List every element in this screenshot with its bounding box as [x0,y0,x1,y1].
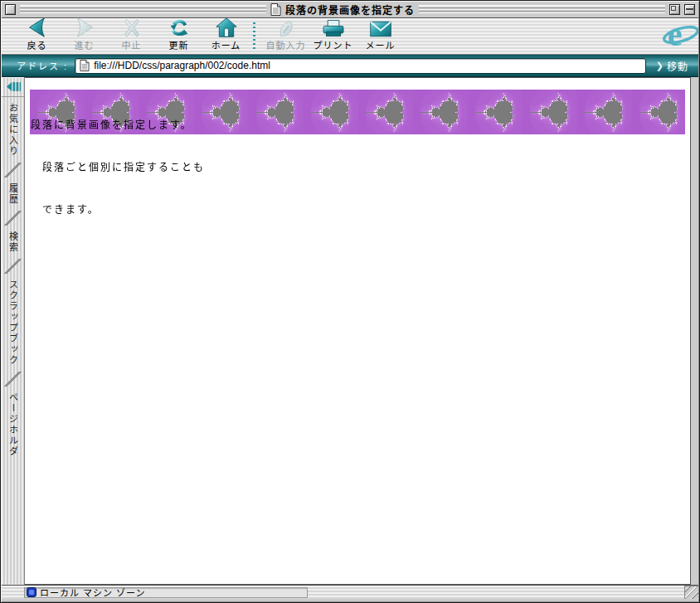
status-bar: ローカル マシン ゾーン [2,585,698,599]
mail-icon [369,20,392,38]
main-area: お気に入り 履歴 検索 スクラップブック ページホルダ 段落に背景画像を指定しま… [2,77,698,585]
print-button[interactable]: プリント [309,19,357,54]
toolbar: 戻る 進む 中止 更新 ホーム [2,18,698,55]
back-icon [25,17,50,38]
forward-button[interactable]: 進む [61,19,108,54]
sidebar-tab-history[interactable]: 履歴 [7,177,20,211]
security-zone-label: ローカル マシン ゾーン [40,586,146,599]
page-icon [80,60,90,71]
sidebar-tab-search[interactable]: 検索 [7,226,20,259]
paragraph-line: できます。 [31,203,205,217]
autofill-button[interactable]: 自動入力 [262,19,309,54]
address-input[interactable] [94,60,641,71]
sidebar-tab-divider [2,211,24,226]
security-zone-area: ローカル マシン ゾーン [24,587,308,598]
close-box[interactable] [5,4,16,15]
titlebar-stripes-left[interactable] [20,5,266,14]
sidebar-collapse-icon [6,81,21,92]
autofill-label: 自動入力 [266,38,306,51]
sidebar-collapse-button[interactable] [2,77,24,97]
refresh-icon [168,17,191,38]
resize-grip[interactable] [684,586,698,599]
browser-window: 段落の背景画像を指定する 戻る 進む 中止 [0,0,700,603]
back-label: 戻る [27,38,47,51]
window-title: 段落の背景画像を指定する [285,2,415,17]
forward-label: 進む [75,38,95,51]
print-label: プリント [314,38,353,51]
address-label: アドレス : [17,59,68,72]
paragraph-text: 段落に背景画像を指定します。 段落ごと個別に指定することも できます。 [31,90,205,246]
sidebar-tab-divider [2,372,24,387]
collapse-box[interactable] [684,4,695,15]
sidebar-tab-favorites[interactable]: お気に入り [7,97,20,163]
forward-icon [72,17,97,38]
home-label: ホーム [211,38,241,51]
toolbar-separator [253,22,255,51]
back-button[interactable]: 戻る [13,19,61,54]
autofill-icon [275,18,297,38]
internet-explorer-logo: e [662,17,698,56]
home-button[interactable]: ホーム [202,19,250,54]
sidebar-tab-pageholder[interactable]: ページホルダ [7,387,20,463]
security-zone-icon [27,587,36,597]
zoom-box[interactable] [669,4,680,15]
paragraph-line: 段落ごと個別に指定することも [31,161,205,175]
print-icon [321,18,346,38]
page-content: 段落に背景画像を指定します。 段落ごと個別に指定することも できます。 [25,77,691,585]
titlebar-stripes-right[interactable] [419,5,665,14]
sidebar-tab-scrapbook[interactable]: スクラップブック [7,274,20,372]
document-icon [270,3,281,16]
sidebar: お気に入り 履歴 検索 スクラップブック ページホルダ [2,77,25,585]
address-bar: アドレス : ❯ 移動 [2,55,698,77]
paragraph-line: 段落に背景画像を指定します。 [31,119,205,133]
zoom-box-glyph [671,6,676,11]
refresh-label: 更新 [169,38,189,51]
styled-paragraph: 段落に背景画像を指定します。 段落ごと個別に指定することも できます。 [30,90,685,134]
go-chevron-icon: ❯ [656,61,664,71]
go-button[interactable]: ❯ 移動 [653,59,692,73]
refresh-button[interactable]: 更新 [155,19,202,54]
stop-button[interactable]: 中止 [108,19,155,54]
mail-label: メール [366,38,396,51]
stop-icon [120,18,143,38]
go-label: 移動 [667,59,688,73]
address-field[interactable] [75,58,646,74]
collapse-box-glyph [686,8,693,10]
home-icon [215,17,238,38]
title-bar: 段落の背景画像を指定する [2,2,698,18]
stop-label: 中止 [122,38,142,51]
mail-button[interactable]: メール [357,19,404,54]
sidebar-tab-divider [2,259,24,274]
sidebar-tab-divider [2,163,24,177]
e-logo-letter: e [668,17,683,52]
